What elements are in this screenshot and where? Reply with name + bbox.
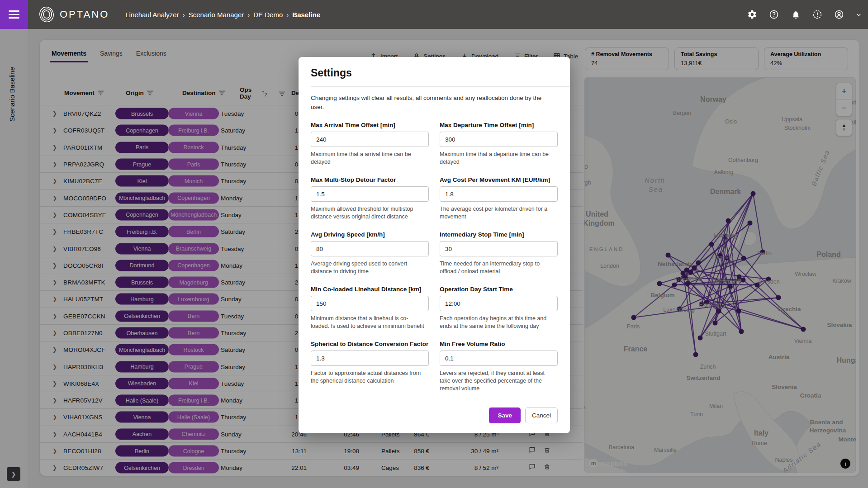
settings-field: Avg Driving Speed [km/h]Average driving … [311, 231, 429, 286]
settings-field: Max Multi-Stop Detour FactorMaximum allo… [311, 176, 429, 231]
field-input[interactable] [311, 132, 429, 147]
breadcrumb-separator: › [286, 11, 289, 19]
field-input[interactable] [440, 186, 558, 202]
field-help: Maximum time that a departure time can b… [440, 151, 555, 166]
settings-field: Operation Day Start TimeEach operation d… [440, 286, 558, 341]
breadcrumb-item[interactable]: Scenario Manager [189, 11, 244, 19]
field-label: Avg Cost Per Movement KM [EUR/km] [440, 176, 558, 183]
field-help: Maximum time that a arrival time can be … [311, 151, 426, 166]
modal-title: Settings [311, 67, 558, 79]
optano-logo-icon [38, 6, 55, 23]
topbar-icons [747, 0, 862, 29]
field-help: Maximum allowed threshold for multistop … [311, 205, 426, 221]
settings-field: Avg Cost Per Movement KM [EUR/km]The ave… [440, 176, 558, 231]
settings-modal: Settings Changing settings will clear al… [299, 57, 570, 433]
settings-fields: Max Arrival Time Offset [min]Maximum tim… [311, 122, 558, 395]
brand-name: OPTANO [60, 9, 109, 20]
field-input[interactable] [440, 351, 558, 366]
field-help: Average driving speed used to convert di… [311, 260, 426, 275]
modal-description: Changing settings will clear all results… [311, 94, 555, 112]
field-input[interactable] [311, 296, 429, 311]
modal-buttons: Save Cancel [489, 407, 558, 423]
field-help: Minimum distance that a linehaul is co-l… [311, 315, 426, 330]
field-label: Operation Day Start Time [440, 286, 558, 293]
brand-logo: OPTANO [38, 6, 109, 23]
bell-icon[interactable] [790, 9, 801, 20]
field-input[interactable] [440, 241, 558, 256]
field-help: The average cost per kilometer driven fo… [440, 205, 555, 221]
breadcrumb-item[interactable]: DE Demo [253, 11, 283, 19]
hamburger-menu-button[interactable] [0, 0, 28, 29]
help-icon[interactable] [768, 9, 779, 20]
save-button[interactable]: Save [489, 407, 521, 423]
modal-divider [311, 86, 570, 87]
breadcrumb[interactable]: Linehaul Analyzer›Scenario Manager›DE De… [125, 11, 320, 19]
breadcrumb-item[interactable]: Baseline [292, 11, 320, 19]
settings-field: Max Departure Time Offset [min]Maximum t… [440, 122, 558, 176]
field-help: Time needed for an intermediary stop to … [440, 260, 555, 275]
field-input[interactable] [440, 296, 558, 311]
field-label: Spherical to Distance Conversion Factor [311, 341, 429, 347]
settings-field: Min Free Volume RatioLevers are rejected… [440, 341, 558, 395]
field-input[interactable] [311, 186, 429, 202]
topbar: OPTANO Linehaul Analyzer›Scenario Manage… [0, 0, 868, 29]
breadcrumb-item[interactable]: Linehaul Analyzer [125, 11, 179, 19]
breadcrumb-separator: › [247, 11, 250, 19]
field-label: Max Multi-Stop Detour Factor [311, 176, 429, 183]
field-input[interactable] [311, 351, 429, 366]
field-label: Intermediary Stop Time [min] [440, 231, 558, 238]
field-help: Levers are rejected, if they cannot at l… [440, 370, 555, 393]
settings-field: Min Co-loaded Linehaul Distance [km]Mini… [311, 286, 429, 341]
cancel-button[interactable]: Cancel [525, 407, 558, 423]
field-input[interactable] [440, 132, 558, 147]
account-chevron-down-icon[interactable] [855, 9, 862, 20]
settings-field: Spherical to Distance Conversion FactorF… [311, 341, 429, 395]
field-input[interactable] [311, 241, 429, 256]
breadcrumb-separator: › [183, 11, 185, 19]
field-label: Avg Driving Speed [km/h] [311, 231, 429, 238]
settings-field: Intermediary Stop Time [min]Time needed … [440, 231, 558, 286]
settings-field: Max Arrival Time Offset [min]Maximum tim… [311, 122, 429, 176]
account-icon[interactable] [834, 9, 844, 20]
app-root: OPTANO Linehaul Analyzer›Scenario Manage… [0, 0, 868, 488]
field-label: Max Arrival Time Offset [min] [311, 122, 429, 128]
field-help: Each operation day begins at this time a… [440, 315, 555, 330]
gear-icon[interactable] [747, 9, 758, 20]
status-alert-icon[interactable] [812, 9, 823, 20]
field-label: Min Co-loaded Linehaul Distance [km] [311, 286, 429, 293]
field-label: Min Free Volume Ratio [440, 341, 558, 347]
hamburger-icon [9, 8, 19, 21]
field-help: Factor to approximate actual distances f… [311, 370, 426, 385]
field-label: Max Departure Time Offset [min] [440, 122, 558, 128]
